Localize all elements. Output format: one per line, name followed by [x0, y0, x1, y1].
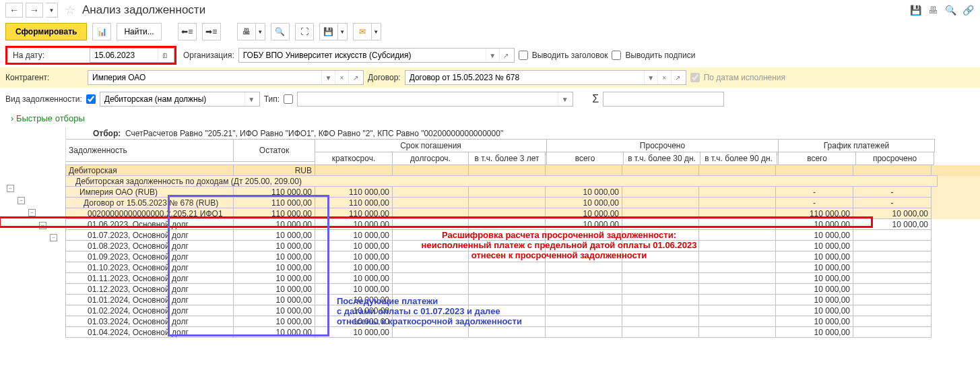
show-header-checkbox[interactable]: [519, 51, 528, 60]
table-cell: 110 000,00: [233, 208, 315, 219]
find-button[interactable]: Найти...: [117, 23, 161, 40]
mail-dropdown[interactable]: ▼: [372, 23, 381, 40]
col-gv: всего: [778, 152, 856, 165]
table-cell: 10 000,00: [233, 316, 315, 327]
table-cell: [622, 197, 699, 208]
type-label: Тип:: [264, 94, 280, 104]
mail-button[interactable]: ✉: [353, 23, 372, 40]
sum-input[interactable]: [603, 92, 722, 106]
table-cell: [392, 272, 469, 284]
table-cell: [698, 326, 776, 338]
debt-kind-dropdown-icon[interactable]: ▼: [244, 92, 258, 106]
table-row[interactable]: Дебиторская задолженность по доходам (Дт…: [66, 176, 980, 187]
table-cell: [853, 229, 932, 241]
tree-toggle[interactable]: −: [7, 185, 14, 192]
contragent-input[interactable]: [88, 71, 321, 84]
show-sign-checkbox[interactable]: [612, 51, 621, 60]
table-row[interactable]: ДебиторскаяRUB: [66, 165, 980, 176]
preview-button[interactable]: 🔍: [271, 23, 290, 40]
table-cell: 10 000,00: [775, 294, 853, 305]
report-body: Отбор: СчетРасчетов Равно "205.21", ИФО …: [66, 127, 980, 338]
form-button[interactable]: Сформировать: [5, 23, 87, 40]
table-row[interactable]: Империя ОАО (RUB)110 000,00110 000,0010 …: [66, 187, 980, 198]
org-input[interactable]: [239, 49, 486, 62]
nav-history-dropdown[interactable]: ▼: [46, 3, 58, 18]
type-input[interactable]: [298, 92, 558, 106]
table-cell: 10 000,00: [775, 262, 853, 273]
table-row[interactable]: 01.02.2024, Основной долг10 000,0010 000…: [66, 305, 980, 316]
print-icon[interactable]: 🖶: [926, 3, 940, 17]
tree-toggle[interactable]: −: [28, 209, 36, 216]
report-filter-line: Отбор: СчетРасчетов Равно "205.21", ИФО …: [66, 127, 980, 140]
collapse-groups-button[interactable]: ⬅≡: [178, 23, 197, 40]
contragent-clear-icon[interactable]: ×: [335, 71, 348, 84]
calendar-icon[interactable]: 🗓: [158, 49, 171, 62]
col-graf: График платежей: [778, 139, 935, 152]
settings-button[interactable]: 📊: [92, 23, 111, 40]
back-button[interactable]: ←: [5, 3, 23, 18]
contract-dropdown-icon[interactable]: ▼: [644, 71, 657, 84]
table-cell: [622, 165, 699, 176]
table-cell: 110 000,00: [315, 208, 393, 219]
table-row[interactable]: Договор от 15.05.2023 № 678 (RUB)110 000…: [66, 198, 980, 208]
print-dropdown[interactable]: ▼: [256, 23, 265, 40]
tree-toggle[interactable]: −: [18, 197, 25, 204]
type-dropdown-icon[interactable]: ▼: [558, 92, 571, 106]
table-cell: [853, 240, 932, 251]
table-cell: [698, 186, 776, 198]
contract-label: Договор:: [368, 73, 401, 82]
table-cell: 10 000,00: [853, 218, 932, 230]
table-row[interactable]: 01.01.2024, Основной долг10 000,0010 000…: [66, 295, 980, 305]
table-cell: 01.07.2023, Основной долг: [65, 229, 234, 241]
col-30: в т.ч. более 30 дн.: [623, 152, 700, 165]
table-cell: 10 000,00: [775, 251, 853, 262]
org-dropdown-icon[interactable]: ▼: [486, 49, 499, 62]
table-row[interactable]: 01.03.2024, Основной долг10 000,0010 000…: [66, 316, 980, 327]
quick-filters-toggle[interactable]: Быстрые отборы: [0, 109, 980, 127]
contragent-dropdown-icon[interactable]: ▼: [321, 71, 335, 84]
table-cell: [698, 294, 776, 305]
forward-button[interactable]: →: [26, 3, 43, 18]
org-open-icon[interactable]: ↗: [499, 49, 513, 62]
table-cell: [545, 283, 622, 295]
debt-kind-input[interactable]: [100, 92, 244, 106]
table-cell: [698, 197, 776, 208]
favorite-icon[interactable]: ☆: [65, 3, 75, 18]
table-cell: [622, 272, 699, 284]
contract-input[interactable]: [405, 71, 644, 84]
table-cell: [622, 218, 699, 230]
tree-toggle[interactable]: −: [50, 234, 57, 241]
disk-save-button[interactable]: 💾: [319, 23, 338, 40]
date-input[interactable]: [90, 49, 158, 62]
table-row[interactable]: 01.12.2023, Основной долг10 000,0010 000…: [66, 284, 980, 295]
table-row[interactable]: 01.06.2023, Основной долг10 000,0010 000…: [66, 219, 980, 230]
table-cell: [698, 305, 776, 316]
table-cell: [853, 326, 932, 338]
table-cell: [698, 262, 776, 273]
table-cell: 01.09.2023, Основной долг: [65, 251, 234, 262]
table-cell: 01.06.2023, Основной долг: [65, 218, 234, 230]
table-row[interactable]: 00200000000000000.2.205.21 ИФО1110 000,0…: [66, 208, 980, 219]
debt-kind-checkbox[interactable]: [86, 94, 96, 104]
print-button[interactable]: 🖶: [237, 23, 256, 40]
table-cell: 10 000,00: [233, 283, 315, 295]
main-toolbar: Сформировать 📊 Найти... ⬅≡ ➡≡ 🖶 ▼ 🔍 ⛶ 💾 …: [0, 20, 980, 43]
table-cell: [853, 165, 932, 176]
table-row[interactable]: 01.04.2024, Основной долг10 000,0010 000…: [66, 327, 980, 338]
table-cell: [853, 294, 932, 305]
disk-save-dropdown[interactable]: ▼: [338, 23, 348, 40]
table-cell: [853, 316, 932, 327]
attach-icon[interactable]: 🔗: [961, 3, 975, 17]
contragent-open-icon[interactable]: ↗: [348, 71, 362, 84]
type-checkbox[interactable]: [284, 94, 293, 104]
table-row[interactable]: 01.11.2023, Основной долг10 000,0010 000…: [66, 273, 980, 284]
table-cell: [698, 316, 776, 327]
fullscreen-button[interactable]: ⛶: [295, 23, 314, 40]
save-icon[interactable]: 💾: [909, 3, 922, 17]
tree-toggle[interactable]: −: [39, 222, 46, 229]
contract-open-icon[interactable]: ↗: [671, 71, 684, 84]
contract-clear-icon[interactable]: ×: [657, 71, 671, 84]
search-app-icon[interactable]: 🔍: [944, 3, 957, 17]
expand-groups-button[interactable]: ➡≡: [202, 23, 221, 40]
table-row[interactable]: 01.10.2023, Основной долг10 000,0010 000…: [66, 262, 980, 273]
